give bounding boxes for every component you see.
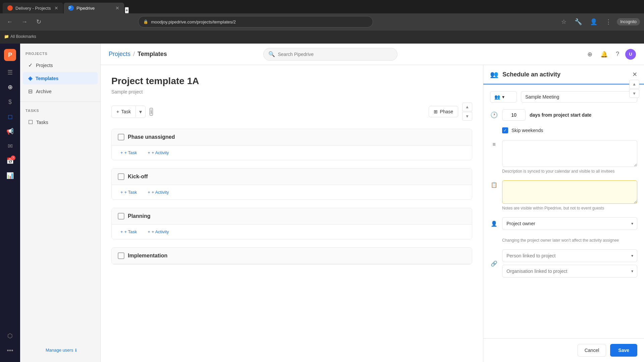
profile-button[interactable]: 👤 [587, 17, 600, 27]
rail-icon-calendar[interactable]: 📅 7 [4, 155, 16, 167]
planning-name: Planning [128, 213, 151, 219]
add-task-planning[interactable]: + + Task [118, 228, 140, 236]
toolbar-info-button[interactable]: ℹ [150, 108, 153, 116]
planning-actions: + + Task + + Activity [112, 225, 472, 239]
bookmarks-bar: 📁 All Bookmarks [0, 30, 644, 42]
sidebar-item-tasks[interactable]: ☐ Tasks [23, 116, 98, 128]
breadcrumb-current: Templates [138, 51, 167, 58]
activity-name-input[interactable] [521, 91, 637, 103]
bookmark-button[interactable]: ☆ [558, 17, 569, 27]
person-linked-input[interactable] [502, 249, 637, 262]
description-row: ≡ Description is synced to your calendar… [490, 140, 637, 174]
cancel-button[interactable]: Cancel [578, 344, 606, 357]
back-button[interactable]: ← [4, 17, 15, 27]
days-label: days from project start date [530, 112, 591, 118]
implementation-name: Implementation [128, 253, 167, 259]
user-avatar[interactable]: U [625, 49, 636, 60]
tab-favicon-pipedrive: P [68, 5, 74, 11]
add-task-label-2: + Task [124, 229, 137, 234]
save-button[interactable]: Save [610, 344, 637, 357]
phase-unassigned-section: Phase unassigned + + Task + + Activity [111, 129, 472, 160]
phase-unassigned-header: Phase unassigned [112, 129, 472, 145]
notes-textarea[interactable] [502, 180, 637, 204]
add-button[interactable]: ⊕ [585, 49, 594, 60]
search-bar[interactable]: 🔍 [263, 48, 397, 61]
settings-button[interactable]: ⋮ [603, 17, 614, 27]
rail-icon-more[interactable]: ••• [4, 345, 16, 357]
add-task-kickoff[interactable]: + + Task [118, 188, 140, 196]
sidebar-item-projects[interactable]: ✓ Projects [23, 59, 98, 71]
rail-icon-mail[interactable]: ✉ [4, 140, 16, 152]
new-tab-button[interactable]: + [125, 7, 129, 13]
search-input[interactable] [278, 52, 392, 57]
rail-icon-home[interactable]: ⊕ [4, 81, 16, 93]
browser-chrome: Delivery - Projects ✕ P Pipedrive ✕ + ← … [0, 0, 644, 44]
add-activity-kickoff[interactable]: + + Activity [145, 188, 171, 196]
skip-weekends-checkbox[interactable]: ✓ [502, 127, 508, 133]
calendar-badge: 7 [11, 156, 15, 160]
assignee-icon: 👤 [490, 221, 498, 227]
scroll-down-button[interactable]: ▼ [462, 112, 472, 121]
breadcrumb-parent[interactable]: Projects [109, 51, 130, 58]
phase-icon: ⊞ [434, 109, 438, 114]
tab-close-delivery[interactable]: ✕ [54, 5, 58, 11]
clock-icon: 🕐 [490, 111, 498, 119]
manage-users[interactable]: Manage users ℹ [40, 345, 82, 355]
archive-icon: ⊟ [28, 88, 33, 95]
task-button-main[interactable]: + Task [112, 106, 136, 117]
phase-unassigned-actions: + + Task + + Activity [112, 145, 472, 160]
add-task-label-1: + Task [124, 190, 137, 195]
help-button[interactable]: ? [614, 49, 621, 60]
tab-close-pipedrive[interactable]: ✕ [115, 5, 119, 11]
add-activity-icon-2: + [148, 229, 150, 234]
phase-button-label: Phase [440, 109, 453, 114]
panel-scroll-up[interactable]: ▲ [629, 80, 639, 88]
refresh-button[interactable]: ↻ [34, 17, 44, 27]
notifications-button[interactable]: 🔔 [598, 49, 610, 60]
days-input[interactable] [502, 109, 526, 121]
forward-button[interactable]: → [19, 17, 30, 27]
tasks-icon: ☐ [28, 119, 33, 125]
phase-unassigned-icon [118, 134, 124, 140]
assignee-hint: Changing the project owner later won't a… [502, 238, 637, 243]
incognito-label: Incognito [620, 19, 637, 24]
activity-type-select[interactable]: 👥 ▾ [490, 91, 517, 103]
assignee-wrap: Project owner ▾ [502, 217, 637, 230]
planning-section: Planning + + Task + + Activity [111, 208, 472, 239]
breadcrumb-separator: / [133, 51, 135, 58]
sidebar-item-templates[interactable]: ◈ Templates [23, 72, 98, 84]
add-activity-unassigned[interactable]: + + Activity [145, 149, 171, 157]
nav-divider [20, 102, 100, 102]
org-linked-input[interactable] [502, 265, 637, 278]
add-task-unassigned[interactable]: + + Task [118, 149, 140, 157]
rail-icon-integrations[interactable]: ⬡ [4, 330, 16, 342]
address-bar[interactable]: 🔒 moodjoy.pipedrive.com/projects/templat… [138, 16, 373, 27]
task-button[interactable]: + Task ▾ [111, 106, 146, 118]
tab-delivery[interactable]: Delivery - Projects ✕ [3, 3, 63, 13]
panel-close-button[interactable]: ✕ [629, 69, 640, 80]
sidebar-item-archive[interactable]: ⊟ Archive [23, 85, 98, 98]
add-activity-planning[interactable]: + + Activity [145, 228, 171, 236]
rail-icon-projects[interactable]: ◻ [4, 111, 16, 123]
rail-icon-reports[interactable]: 📊 [4, 170, 16, 182]
person-linked-wrap: ▾ [502, 249, 637, 262]
assignee-select[interactable]: Project owner [502, 217, 637, 230]
phase-button[interactable]: ⊞ Phase [429, 106, 458, 117]
tab-pipedrive[interactable]: P Pipedrive ✕ [64, 3, 124, 13]
sidebar-item-templates-label: Templates [36, 76, 58, 81]
extensions-button[interactable]: 🔧 [572, 17, 585, 27]
description-textarea[interactable] [502, 140, 637, 167]
scroll-up-button[interactable]: ▲ [462, 103, 472, 111]
task-button-dropdown[interactable]: ▾ [136, 106, 145, 118]
project-toolbar: + Task ▾ ℹ ⊞ Phase ▲ ▼ [111, 103, 472, 121]
notes-icon: 📋 [490, 182, 498, 210]
rail-icon-announcements[interactable]: 📢 [4, 125, 16, 137]
panel-scroll-down[interactable]: ▼ [629, 89, 639, 98]
link-icon: 🔗 [490, 260, 498, 267]
tab-pipedrive-label: Pipedrive [76, 6, 95, 11]
days-row: 🕐 days from project start date [490, 109, 637, 121]
add-task-icon-2: + [120, 229, 123, 234]
pipedrive-logo[interactable]: P [4, 49, 16, 61]
rail-icon-menu[interactable]: ☰ [4, 66, 16, 78]
rail-icon-deals[interactable]: $ [4, 96, 16, 108]
